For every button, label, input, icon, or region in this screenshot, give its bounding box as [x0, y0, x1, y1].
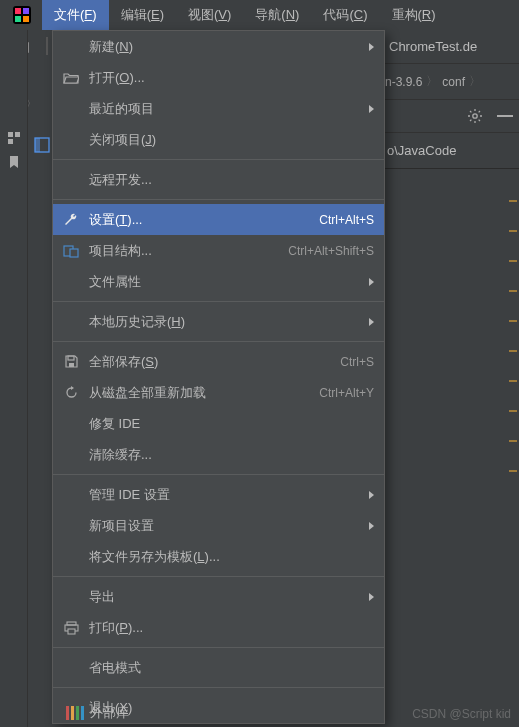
file-menu-dropdown: 新建(N) 打开(O)... 最近的项目 关闭项目(J) 远程开发... 设置(… [52, 30, 385, 724]
menu-edit[interactable]: 编辑(E) [109, 0, 176, 30]
blank-icon [61, 485, 81, 505]
project-structure-icon [61, 241, 81, 261]
menu-new-project-settings[interactable]: 新项目设置 [53, 510, 384, 541]
menu-separator [53, 576, 384, 577]
svg-rect-9 [8, 139, 13, 144]
editor-tab[interactable]: ChromeTest.de [379, 30, 519, 64]
reload-icon [61, 383, 81, 403]
svg-rect-2 [23, 8, 29, 14]
menu-separator [53, 474, 384, 475]
svg-rect-7 [8, 132, 13, 137]
blank-icon [61, 312, 81, 332]
menu-separator [53, 301, 384, 302]
blank-icon [61, 658, 81, 678]
menu-repair-ide[interactable]: 修复 IDE [53, 408, 384, 439]
svg-rect-14 [69, 363, 74, 367]
menu-refactor[interactable]: 重构(R) [380, 0, 448, 30]
menu-settings[interactable]: 设置(T)... Ctrl+Alt+S [53, 204, 384, 235]
menu-recent-projects[interactable]: 最近的项目 [53, 93, 384, 124]
chevron-right-icon [369, 593, 374, 601]
menu-invalidate-caches[interactable]: 清除缓存... [53, 439, 384, 470]
chevron-right-icon [369, 491, 374, 499]
print-icon [61, 618, 81, 638]
menu-power-save-mode[interactable]: 省电模式 [53, 652, 384, 683]
svg-rect-3 [15, 16, 21, 22]
chevron-right-icon [369, 318, 374, 326]
svg-rect-13 [68, 356, 74, 360]
menu-separator [53, 341, 384, 342]
blank-icon [61, 99, 81, 119]
chevron-right-icon [369, 105, 374, 113]
menu-new[interactable]: 新建(N) [53, 31, 384, 62]
blank-icon [61, 414, 81, 434]
minimize-icon[interactable] [497, 115, 513, 117]
svg-rect-4 [23, 16, 29, 22]
chevron-right-icon [369, 43, 374, 51]
menu-save-as-template[interactable]: 将文件另存为模板(L)... [53, 541, 384, 572]
ide-logo-icon [10, 3, 34, 27]
menu-separator [53, 199, 384, 200]
breadcrumb-bar[interactable]: n-3.9.6〉conf〉 [379, 64, 519, 100]
svg-rect-6 [35, 138, 40, 152]
toolbar-separator [46, 37, 48, 55]
blank-icon [61, 170, 81, 190]
menu-print[interactable]: 打印(P)... [53, 612, 384, 643]
blank-icon [61, 516, 81, 536]
menu-local-history[interactable]: 本地历史记录(H) [53, 306, 384, 337]
blank-icon [61, 272, 81, 292]
menu-file-properties[interactable]: 文件属性 [53, 266, 384, 297]
watermark-text: CSDN @Script kid [412, 707, 511, 721]
svg-rect-1 [15, 8, 21, 14]
right-side-panel: ChromeTest.de n-3.9.6〉conf〉 o\JavaCode [379, 30, 519, 169]
tool-window-toolbar [379, 100, 519, 133]
menu-open[interactable]: 打开(O)... [53, 62, 384, 93]
wrench-icon [61, 210, 81, 230]
menu-navigate[interactable]: 导航(N) [243, 0, 311, 30]
menu-reload-from-disk[interactable]: 从磁盘全部重新加载 Ctrl+Alt+Y [53, 377, 384, 408]
blank-icon [61, 547, 81, 567]
left-gutter [0, 30, 28, 727]
menu-close-project[interactable]: 关闭项目(J) [53, 124, 384, 155]
chevron-right-icon [369, 278, 374, 286]
project-tool-window-icon[interactable] [32, 134, 52, 156]
menu-separator [53, 687, 384, 688]
external-libraries-label: 外部库 [90, 704, 129, 722]
bookmarks-icon[interactable] [6, 154, 22, 170]
chevron-right-icon [369, 522, 374, 530]
blank-icon [61, 587, 81, 607]
menu-project-structure[interactable]: 项目结构... Ctrl+Alt+Shift+S [53, 235, 384, 266]
svg-rect-17 [68, 629, 75, 634]
menu-view[interactable]: 视图(V) [176, 0, 243, 30]
svg-rect-8 [15, 132, 20, 137]
blank-icon [61, 445, 81, 465]
external-libraries-node[interactable]: 外部库 [66, 704, 129, 722]
structure-icon[interactable] [6, 130, 22, 146]
menu-export[interactable]: 导出 [53, 581, 384, 612]
menu-manage-ide-settings[interactable]: 管理 IDE 设置 [53, 479, 384, 510]
svg-rect-12 [70, 249, 78, 257]
menu-remote-dev[interactable]: 远程开发... [53, 164, 384, 195]
save-icon [61, 352, 81, 372]
blank-icon [61, 37, 81, 57]
gutter-marks [509, 200, 517, 472]
menu-file[interactable]: 文件(F) [42, 0, 109, 30]
menu-separator [53, 159, 384, 160]
svg-point-10 [473, 114, 477, 118]
open-icon [61, 68, 81, 88]
blank-icon [61, 130, 81, 150]
menu-separator [53, 647, 384, 648]
file-path-display: o\JavaCode [379, 133, 519, 169]
library-icon [66, 706, 84, 720]
gear-icon[interactable] [467, 108, 483, 124]
menubar: 文件(F) 编辑(E) 视图(V) 导航(N) 代码(C) 重构(R) [0, 0, 519, 30]
menu-save-all[interactable]: 全部保存(S) Ctrl+S [53, 346, 384, 377]
menu-code[interactable]: 代码(C) [311, 0, 379, 30]
